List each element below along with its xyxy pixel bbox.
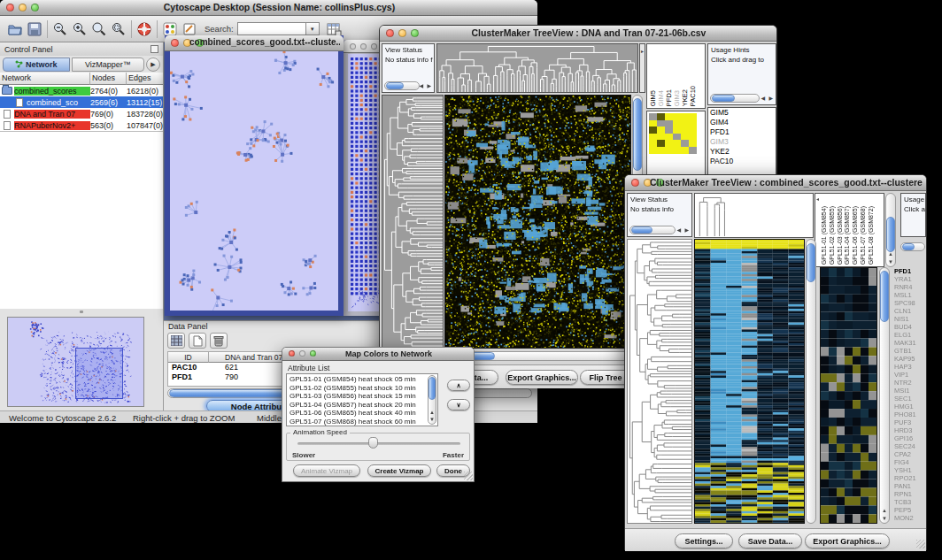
tv2-column-label[interactable]: GPL51-08 (GSM872)	[868, 206, 876, 265]
tv1-gene-item[interactable]: GIM4	[708, 118, 776, 127]
tv2-gene-item[interactable]: PFD1	[892, 267, 926, 275]
scroll-right-icon[interactable]: ▶	[684, 226, 689, 234]
tv2-action-button[interactable]: Save Data...	[738, 533, 802, 548]
tv2-gene-item[interactable]: MAK31	[892, 339, 926, 347]
tv2-column-dendrogram-area[interactable]	[694, 193, 814, 238]
tv2-heatmap[interactable]	[694, 239, 805, 524]
tv2-detail-vscrollbar[interactable]: ▲ ▼	[879, 267, 890, 524]
float-panel-icon[interactable]	[151, 45, 158, 53]
attribute-option[interactable]: GPL51-04 (GSM857) heat shock 20 min	[287, 401, 437, 410]
network-list-item[interactable]: combined_scores 2764(0) 16218(0)	[0, 85, 163, 96]
tv2-column-label[interactable]: GPL51-02 (GSM855)	[829, 206, 837, 265]
tv2-gene-item[interactable]: NIS1	[892, 315, 926, 323]
move-down-button[interactable]: ∨	[447, 399, 470, 410]
tv1-gene-item[interactable]: PAC10	[708, 157, 776, 166]
network-list-item[interactable]: DNA and Tran 07 769(0) 183728(0)	[0, 108, 163, 119]
scroll-right-icon[interactable]: ▶	[768, 95, 773, 102]
tv1-usage-scrollbar[interactable]	[710, 94, 760, 103]
tv2-gene-item[interactable]: SEC24	[892, 442, 926, 450]
search-dropdown-icon[interactable]: ▼	[306, 22, 320, 35]
treeview2-titlebar[interactable]: ClusterMaker TreeView : combined_scores_…	[625, 175, 926, 191]
create-vizmap-button[interactable]: Create Vizmap	[367, 464, 431, 477]
tv2-column-label[interactable]: GPL51-04 (GSM857)	[844, 206, 852, 265]
tv1-arrow-strip[interactable]: ▸	[639, 43, 645, 93]
close-icon[interactable]	[171, 39, 179, 47]
tv2-gene-item[interactable]: YRA1	[892, 275, 926, 283]
close-icon[interactable]	[386, 29, 394, 37]
scroll-left-icon[interactable]: ◀	[761, 95, 765, 102]
tv2-gene-item[interactable]: SEC1	[892, 395, 926, 403]
tv2-gene-item[interactable]: HRD3	[892, 426, 926, 434]
close-icon[interactable]	[289, 350, 295, 357]
close-icon[interactable]	[350, 43, 356, 50]
vscroll-thumb[interactable]	[429, 377, 436, 400]
panel-splitter[interactable]	[0, 309, 163, 315]
move-up-button[interactable]: ∧	[447, 380, 470, 391]
tv2-gene-item[interactable]: RNR4	[892, 283, 926, 291]
scroll-down-icon[interactable]: ▼	[882, 515, 887, 522]
tv2-gene-item[interactable]: CPA2	[892, 450, 926, 458]
tv1-status-scrollbar[interactable]	[384, 81, 420, 90]
tab-overflow-button[interactable]: ▶	[146, 58, 160, 72]
tv2-gene-item[interactable]: YSH1	[892, 466, 926, 474]
attribute-option[interactable]: GPL51-07 (GSM868) heat shock 60 min	[287, 418, 437, 426]
tv1-column-label[interactable]: PFD1	[665, 89, 673, 106]
minimize-icon[interactable]	[360, 43, 367, 50]
close-icon[interactable]	[6, 4, 14, 12]
tv2-gene-item[interactable]: RPN1	[892, 490, 926, 498]
tv2-detail-heatmap[interactable]	[820, 267, 877, 524]
tv2-gene-item[interactable]: MSI1	[892, 387, 926, 395]
tv2-gene-item[interactable]: BUD4	[892, 323, 926, 331]
speed-slider-track[interactable]	[297, 442, 460, 445]
attribute-option[interactable]: GPL51-01 (GSM854) heat shock 05 min	[287, 375, 437, 384]
tv2-gene-item[interactable]: HAP3	[892, 363, 926, 371]
network-list-item[interactable]: combined_sco 2569(6) 13112(15)	[0, 96, 163, 108]
search-input[interactable]	[237, 22, 306, 35]
speed-slider-thumb[interactable]	[368, 437, 378, 449]
attribute-option[interactable]: GPL51-02 (GSM855) heat shock 10 min	[287, 384, 437, 393]
correlation-matrix[interactable]	[649, 113, 705, 154]
network-overview-canvas[interactable]	[7, 317, 144, 407]
tv2-gene-item[interactable]: GTB1	[892, 347, 926, 355]
treeview1-titlebar[interactable]: ClusterMaker TreeView : DNA and Tran 07-…	[380, 26, 776, 42]
scroll-right-icon[interactable]: ▶	[427, 82, 431, 89]
tv2-gene-item[interactable]: HMG1	[892, 403, 926, 410]
tv2-gene-item[interactable]: PUF3	[892, 418, 926, 426]
select-attributes-icon[interactable]	[167, 333, 185, 349]
tv1-row-dendrogram[interactable]	[382, 95, 444, 349]
tv1-column-label[interactable]: PAC10	[689, 86, 697, 106]
zoom-fit-icon[interactable]	[89, 19, 109, 40]
tv1-column-label[interactable]: GIM3	[673, 90, 681, 106]
resize-grip[interactable]	[916, 540, 925, 548]
tv2-action-button[interactable]: Export Graphics...	[805, 533, 890, 548]
zoom-out-icon[interactable]	[50, 19, 70, 40]
tv2-gene-item[interactable]: RPO21	[892, 474, 926, 482]
open-file-icon[interactable]	[5, 19, 25, 40]
scroll-down-icon[interactable]: ▼	[888, 258, 893, 265]
dialog-titlebar[interactable]: Map Colors to Network	[282, 348, 474, 361]
tv2-heatmap-vscrollbar[interactable]	[806, 239, 816, 524]
vscroll-thumb[interactable]	[807, 243, 815, 282]
tv2-gene-item[interactable]: GPI16	[892, 434, 926, 442]
id-column-header[interactable]: ID	[168, 352, 209, 363]
tv2-gene-item[interactable]: PAN1	[892, 482, 926, 490]
tv1-gene-item[interactable]: YKE2	[708, 147, 776, 157]
tv2-gene-item[interactable]: MON2	[892, 514, 926, 522]
scroll-left-icon[interactable]: ◀	[676, 226, 681, 234]
zoom-selected-icon[interactable]	[109, 19, 128, 40]
tv2-column-label[interactable]: GPL51-01 (GSM854)	[821, 206, 829, 265]
tv2-gene-item[interactable]: ELG1	[892, 331, 926, 339]
tv1-gene-item[interactable]: GIM3	[708, 137, 776, 147]
tv2-gene-item[interactable]: PEP5	[892, 506, 926, 514]
column-nodes[interactable]: Nodes	[90, 73, 127, 85]
tv1-gene-item[interactable]: PFD1	[708, 127, 776, 137]
network-list-item[interactable]: RNAPuberNov2+ 563(0) 107847(0)	[0, 119, 163, 131]
tv2-usage-scrollbar[interactable]	[900, 242, 925, 251]
new-attribute-icon[interactable]	[189, 333, 206, 349]
lifesaver-help-icon[interactable]	[135, 19, 154, 40]
tv2-gene-item[interactable]: MSL1	[892, 291, 926, 299]
tv2-gene-item[interactable]: PHO81	[892, 410, 926, 418]
scroll-left-icon[interactable]: ◀	[419, 82, 423, 89]
tv1-gene-item[interactable]: GIM5	[708, 108, 776, 118]
column-network[interactable]: Network	[0, 73, 90, 85]
